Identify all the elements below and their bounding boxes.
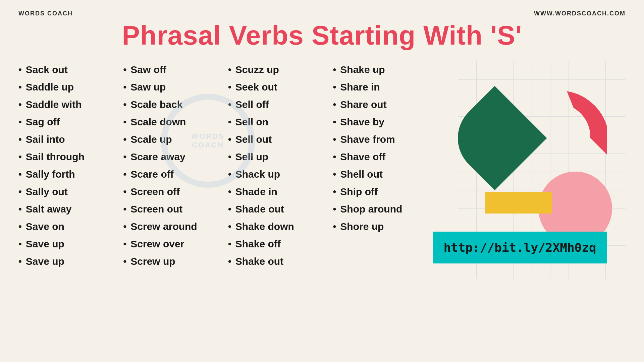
list-item: Save up xyxy=(18,253,123,270)
watermark-text: WORDSCOACH xyxy=(191,132,224,149)
list-item: Sack out xyxy=(18,61,123,78)
content-area: Sack outSaddle upSaddle withSag offSail … xyxy=(0,58,644,270)
yellow-rectangle xyxy=(485,192,552,214)
list-item: Screw over xyxy=(123,235,228,253)
list-item: Saddle up xyxy=(18,78,123,96)
list-item: Shake off xyxy=(228,235,333,253)
list-item: Saddle with xyxy=(18,96,123,113)
list-item: Shop around xyxy=(333,200,438,218)
red-arc-shape xyxy=(540,88,607,155)
list-item: Shell out xyxy=(333,166,438,183)
list-item: Shave by xyxy=(333,113,438,131)
list-item: Shake out xyxy=(228,253,333,270)
list-item: Screen out xyxy=(123,200,228,218)
list-item: Share in xyxy=(333,78,438,96)
list-item: Shake down xyxy=(228,218,333,235)
list-item: Seek out xyxy=(228,78,333,96)
list-item: Screw around xyxy=(123,218,228,235)
list-item: Shave off xyxy=(333,148,438,166)
column-1: Sack outSaddle upSaddle withSag offSail … xyxy=(18,61,123,270)
watermark: WORDSCOACH xyxy=(161,94,255,188)
list-item: Shade in xyxy=(228,183,333,200)
list-item: Screw up xyxy=(123,253,228,270)
column-4: Shake upShare inShare outShave byShave f… xyxy=(333,61,438,270)
list-item: Ship off xyxy=(333,183,438,200)
site-label-right: WWW.WORDSCOACH.COM xyxy=(534,10,626,17)
site-label-left: WORDS COACH xyxy=(18,10,73,17)
list-item: Share out xyxy=(333,96,438,113)
url-bar[interactable]: http://bit.ly/2XMh0zq xyxy=(433,232,607,263)
list-item: Saw off xyxy=(123,61,228,78)
list-item: Shave from xyxy=(333,131,438,148)
list-item: Scuzz up xyxy=(228,61,333,78)
right-panel: http://bit.ly/2XMh0zq xyxy=(438,61,626,270)
page-title: Phrasal Verbs Starting With 'S' xyxy=(0,0,644,58)
list-item: Sail through xyxy=(18,148,123,166)
list-item: Salt away xyxy=(18,200,123,218)
list-item: Save up xyxy=(18,235,123,253)
list-item: Sail into xyxy=(18,131,123,148)
list-item: Sally forth xyxy=(18,166,123,183)
list-item: Shade out xyxy=(228,200,333,218)
list-item: Save on xyxy=(18,218,123,235)
url-text: http://bit.ly/2XMh0zq xyxy=(443,241,596,254)
list-item: Saw up xyxy=(123,78,228,96)
list-item: Shore up xyxy=(333,218,438,235)
list-item: Sally out xyxy=(18,183,123,200)
list-item: Shake up xyxy=(333,61,438,78)
list-item: Sag off xyxy=(18,113,123,131)
